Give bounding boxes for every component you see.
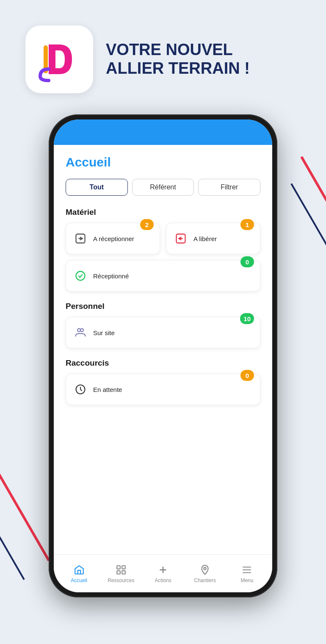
clock-icon (73, 382, 88, 397)
materiel-grid-top: 2 A réceptionner 1 (66, 223, 260, 254)
phone-inner: Accueil Tout Référent Filtrer Matériel 2 (54, 119, 272, 592)
card-en-attente[interactable]: 0 En attente (66, 374, 260, 405)
svg-point-17 (204, 567, 206, 569)
people-icon (73, 325, 88, 340)
badge-a-receptionner: 2 (140, 219, 154, 230)
badge-en-attente: 0 (240, 370, 254, 381)
arrow-out-icon (173, 231, 188, 246)
svg-line-10 (80, 389, 82, 391)
nav-label-actions: Actions (155, 577, 171, 583)
badge-sur-site: 10 (240, 313, 254, 324)
plus-icon (157, 564, 169, 576)
phone-mockup: Accueil Tout Référent Filtrer Matériel 2 (49, 114, 277, 597)
card-label-a-receptionner: A réceptionner (93, 235, 134, 242)
nav-item-menu[interactable]: Menu (226, 564, 268, 583)
filter-row: Tout Référent Filtrer (66, 179, 260, 196)
materiel-grid-bottom: 0 Réceptionné (66, 260, 260, 291)
svg-point-6 (77, 329, 80, 332)
header-area: VOTRE NOUVEL ALLIER TERRAIN ! (25, 25, 250, 93)
card-label-en-attente: En attente (93, 386, 122, 393)
check-circle-icon (73, 268, 88, 283)
svg-rect-13 (117, 571, 120, 574)
menu-icon (241, 564, 253, 576)
bg-decoration-line-navy-top (290, 183, 326, 257)
svg-point-5 (76, 272, 85, 280)
filter-btn-filtrer[interactable]: Filtrer (198, 179, 260, 196)
card-label-sur-site: Sur site (93, 329, 115, 336)
filter-btn-tout[interactable]: Tout (66, 179, 128, 196)
nav-label-ressources: Ressources (108, 577, 134, 583)
card-receptionne[interactable]: 0 Réceptionné (66, 260, 260, 291)
bg-decoration-line-red-bottom (0, 468, 50, 561)
nav-item-ressources[interactable]: Ressources (100, 564, 142, 583)
badge-a-liberer: 1 (240, 219, 254, 230)
card-a-liberer[interactable]: 1 A libérer (166, 223, 260, 254)
nav-label-accueil: Accueil (71, 577, 87, 583)
personnel-grid: 10 Sur site (66, 317, 260, 348)
location-icon (199, 564, 211, 576)
bg-decoration-line-navy-bottom (0, 513, 25, 580)
badge-receptionne: 0 (240, 256, 254, 267)
nav-item-accueil[interactable]: Accueil (58, 564, 100, 583)
app-logo (25, 25, 93, 93)
svg-point-7 (80, 329, 83, 332)
nav-label-chantiers: Chantiers (194, 577, 216, 583)
svg-rect-12 (122, 566, 125, 569)
app-tagline: VOTRE NOUVEL ALLIER TERRAIN ! (106, 41, 250, 78)
bg-decoration-line-red-top (300, 156, 326, 268)
section-label-materiel: Matériel (66, 208, 260, 217)
grid-icon (115, 564, 127, 576)
nav-item-actions[interactable]: Actions (142, 564, 184, 583)
section-label-raccourcis: Raccourcis (66, 358, 260, 368)
arrow-in-icon (73, 231, 88, 246)
card-label-receptionne: Réceptionné (93, 272, 129, 280)
card-a-receptionner[interactable]: 2 A réceptionner (66, 223, 160, 254)
nav-label-menu: Menu (240, 577, 253, 583)
bottom-nav: Accueil Ressources (54, 554, 272, 592)
svg-rect-14 (122, 571, 125, 574)
page-title: Accueil (66, 155, 260, 169)
phone-outer-shell: Accueil Tout Référent Filtrer Matériel 2 (49, 114, 277, 597)
filter-btn-referent[interactable]: Référent (132, 179, 194, 196)
app-content-area: Accueil Tout Référent Filtrer Matériel 2 (54, 145, 272, 554)
card-sur-site[interactable]: 10 Sur site (66, 317, 260, 348)
phone-status-bar (54, 119, 272, 145)
svg-rect-11 (117, 566, 120, 569)
section-label-personnel: Personnel (66, 302, 260, 311)
home-icon (73, 564, 85, 576)
card-label-a-liberer: A libérer (193, 235, 217, 242)
raccourcis-grid: 0 En attente (66, 374, 260, 405)
nav-item-chantiers[interactable]: Chantiers (184, 564, 226, 583)
